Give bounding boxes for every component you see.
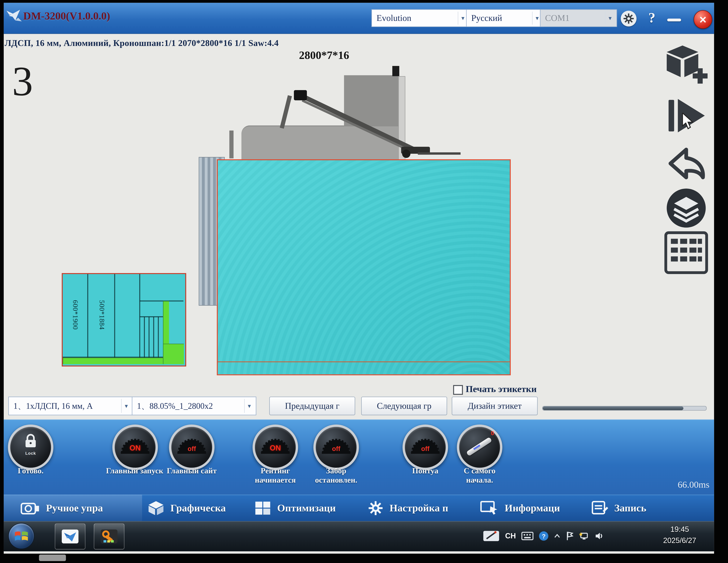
- restart-button[interactable]: 0: [457, 425, 502, 470]
- zero-badge: 0: [491, 430, 494, 437]
- minimize-button[interactable]: [667, 19, 681, 21]
- next-group-button[interactable]: Следующая гр: [361, 397, 447, 415]
- main-saw-button[interactable]: off: [169, 425, 214, 470]
- cube-plus-icon: [664, 43, 708, 89]
- layers-button[interactable]: [665, 187, 708, 231]
- pontua-button[interactable]: off: [402, 425, 448, 470]
- gear-icon: [368, 500, 384, 516]
- piece-size-label: 600*1900: [71, 300, 79, 330]
- keyboard-icon[interactable]: [521, 532, 534, 540]
- network-status-icon[interactable]: [579, 532, 589, 540]
- ready-lock-button[interactable]: Lock: [8, 425, 53, 470]
- sheet-number: 3: [12, 60, 33, 102]
- com-port-dropdown-value: COM1: [545, 13, 569, 23]
- pen-input-icon[interactable]: [483, 529, 500, 542]
- offcut-strip: [63, 358, 163, 364]
- previous-group-button[interactable]: Предыдущая г: [269, 397, 355, 415]
- start-button[interactable]: [8, 523, 34, 549]
- language-dropdown[interactable]: Русский ▼: [466, 9, 544, 27]
- monitor-photo: DM-3200(V1.0.0.0) Evolution ▼ Русский ▼ …: [0, 0, 728, 563]
- tab-record[interactable]: Запись: [592, 495, 646, 521]
- tab-information[interactable]: Информаци: [480, 495, 560, 521]
- status-label-pontua: Понтуа: [395, 466, 456, 476]
- scoring-start-button[interactable]: ON: [253, 425, 298, 470]
- material-dropdown-value: 1、1хЛДСП, 16 мм, А: [13, 400, 93, 412]
- gear-icon: [623, 13, 634, 24]
- cycle-time: 66.00ms: [645, 479, 710, 490]
- progress-slider-fill: [543, 406, 683, 410]
- tab-label: Ручное упра: [46, 502, 103, 514]
- layout-dropdown[interactable]: 1、88.05%_1_2800x2 ▼: [132, 397, 256, 415]
- taskbar-app-tools[interactable]: [94, 523, 124, 549]
- off-badge: off: [316, 445, 357, 453]
- print-label-checkbox[interactable]: [453, 385, 463, 395]
- tab-settings[interactable]: Настройка п: [368, 495, 448, 521]
- add-sheet-button[interactable]: [664, 43, 708, 91]
- tab-graphics[interactable]: Графическа: [148, 495, 226, 521]
- speaker-icon[interactable]: [595, 532, 604, 540]
- taskbar-clock[interactable]: 19:45 2025/6/27: [653, 524, 707, 546]
- app-logo-icon: [6, 8, 22, 25]
- lock-icon: [21, 433, 40, 449]
- off-badge: off: [405, 445, 446, 453]
- tab-label: Графическа: [170, 502, 226, 514]
- material-dropdown[interactable]: 1、1хЛДСП, 16 мм, А ▼: [8, 397, 133, 415]
- help-button[interactable]: ?: [643, 8, 660, 27]
- taskbar-app-dm3200[interactable]: [55, 523, 85, 549]
- undo-arrow-icon: [665, 143, 708, 184]
- profile-dropdown-value: Evolution: [377, 13, 411, 23]
- board-canvas: [217, 159, 511, 375]
- chevron-down-icon: ▼: [605, 12, 615, 25]
- on-badge: ON: [255, 444, 296, 453]
- action-center-flag-icon[interactable]: [566, 531, 574, 541]
- dm-app-icon: [61, 529, 79, 544]
- tab-label: Настройка п: [389, 502, 448, 514]
- print-label-text: Печать этикетки: [466, 384, 537, 395]
- chevron-down-icon: ▼: [244, 399, 254, 413]
- note-pencil-icon: [592, 501, 608, 515]
- tab-manual-control[interactable]: Ручное упра: [20, 495, 103, 521]
- grid-icon: [254, 501, 271, 515]
- main-start-button[interactable]: ON: [112, 425, 158, 470]
- progress-slider[interactable]: [542, 406, 707, 411]
- layers-icon: [665, 187, 708, 229]
- clock-date: 2025/6/27: [653, 535, 707, 546]
- undo-button[interactable]: [665, 143, 708, 186]
- off-badge: off: [171, 445, 212, 453]
- profile-dropdown[interactable]: Evolution ▼: [371, 9, 470, 27]
- com-port-dropdown[interactable]: COM1 ▼: [540, 9, 617, 27]
- job-info-line: ЛДСП, 16 мм, Алюминий, Кроношпан:1/1 207…: [5, 38, 279, 48]
- show-hidden-icons-caret[interactable]: [554, 534, 561, 538]
- close-button[interactable]: ×: [694, 10, 712, 29]
- wrench-app-icon: [100, 529, 118, 544]
- lock-badge: Lock: [10, 451, 51, 456]
- status-label-ready: Готово.: [0, 466, 61, 476]
- status-label-restart: С самого начала.: [449, 466, 510, 485]
- settings-button[interactable]: [621, 11, 637, 27]
- tab-label: Оптимизаци: [277, 502, 336, 514]
- cutting-layout-preview[interactable]: 600*1900 500*1884: [62, 273, 186, 367]
- mouse-cursor: [682, 113, 694, 131]
- keypad-button[interactable]: [664, 231, 708, 276]
- cube-icon: [148, 500, 164, 516]
- ime-help-icon[interactable]: ?: [539, 531, 548, 541]
- machine-chimney: [392, 66, 399, 76]
- label-design-button[interactable]: Дизайн этикет: [452, 397, 538, 415]
- layout-dropdown-value: 1、88.05%_1_2800x2: [137, 400, 213, 412]
- tab-label: Информаци: [505, 502, 560, 514]
- camera-icon: [20, 501, 40, 515]
- monitor-cursor-icon: [480, 501, 499, 515]
- system-tray: CH ?: [483, 521, 604, 551]
- tab-optimization[interactable]: Оптимизаци: [254, 495, 336, 521]
- offcut-block: [163, 344, 184, 364]
- fence-stop-button[interactable]: off: [313, 425, 359, 470]
- on-badge: ON: [115, 444, 156, 453]
- language-indicator[interactable]: CH: [505, 532, 516, 540]
- clock-time: 19:45: [653, 524, 707, 535]
- status-label-main-start: Главный запуск: [105, 466, 165, 476]
- language-dropdown-value: Русский: [471, 13, 502, 23]
- tab-label: Запись: [614, 502, 646, 514]
- piece-size-label: 500*1884: [98, 300, 106, 330]
- keypad-icon: [664, 231, 708, 274]
- status-label-fence: Забор остановлен.: [306, 466, 366, 485]
